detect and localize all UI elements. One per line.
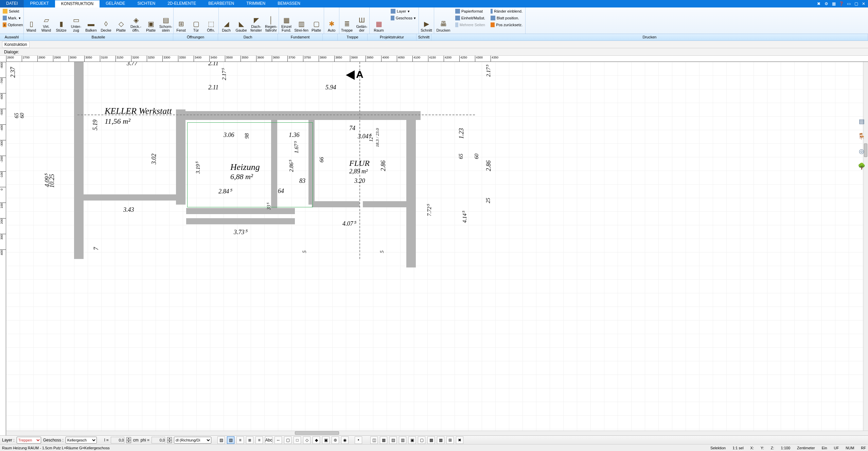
btn-tuer[interactable]: ▢Tür bbox=[189, 7, 203, 34]
btn-raender[interactable]: Ränder einblend. bbox=[489, 8, 524, 14]
tab-sichten[interactable]: SICHTEN bbox=[131, 0, 162, 7]
btn-layer[interactable]: Layer ▾ bbox=[389, 8, 417, 14]
btn-wand[interactable]: ▯Wand bbox=[24, 7, 39, 34]
bico-7[interactable]: ↔ bbox=[274, 436, 282, 444]
tab-gelaende[interactable]: GELÄNDE bbox=[100, 0, 131, 7]
bico-13[interactable]: ⊛ bbox=[332, 436, 339, 444]
bico-9[interactable]: □ bbox=[294, 436, 301, 444]
sys-icon-1[interactable]: ✖ bbox=[816, 1, 822, 6]
btn-selekt[interactable]: Selekt bbox=[1, 8, 22, 14]
btn-geschoss[interactable]: Geschoss ▾ bbox=[389, 15, 417, 21]
bico-25[interactable]: ✖ bbox=[456, 436, 463, 444]
btn-einzelfund[interactable]: ▦Einzel Fund. bbox=[279, 7, 294, 34]
dl-select[interactable]: dl (Richtung/Di bbox=[174, 437, 211, 444]
btn-dachfenster[interactable]: ◤Dach-fenster bbox=[249, 7, 264, 34]
btn-drucken[interactable]: 🖶Drucken bbox=[434, 7, 453, 34]
bico-21[interactable]: ▢ bbox=[418, 436, 425, 444]
btn-streifen[interactable]: ▥Strei-fen bbox=[294, 7, 309, 34]
layer-select[interactable]: Treppen bbox=[17, 437, 41, 444]
bico-22[interactable]: ▩ bbox=[427, 436, 435, 444]
l-down[interactable]: ▼ bbox=[126, 440, 131, 443]
tab-trimmen[interactable]: TRIMMEN bbox=[240, 0, 271, 7]
bico-16[interactable]: ◫ bbox=[370, 436, 378, 444]
geschoss-select[interactable]: Kellergesch bbox=[66, 437, 97, 444]
sys-icon-4[interactable]: ❓ bbox=[838, 1, 844, 6]
l-up[interactable]: ▲ bbox=[126, 437, 131, 440]
bico-8[interactable]: ▢ bbox=[284, 436, 291, 444]
room-keller-area: 11,56 m² bbox=[105, 117, 130, 126]
btn-papier[interactable]: Papierformat bbox=[454, 8, 486, 14]
bico-11[interactable]: ◆ bbox=[313, 436, 320, 444]
lbl-projekt: Projektstruktur bbox=[368, 34, 417, 40]
btn-fenst[interactable]: ⊞Fenst bbox=[174, 7, 189, 34]
tab-2d[interactable]: 2D-ELEMENTE bbox=[161, 0, 202, 7]
tab-bearbeiten[interactable]: BEARBEITEN bbox=[202, 0, 240, 7]
btn-mark[interactable]: Mark. ▾ bbox=[1, 15, 22, 21]
bico-4[interactable]: ≣ bbox=[246, 436, 253, 444]
l-input[interactable] bbox=[111, 437, 124, 444]
btn-regen[interactable]: │Regen-fallrohr bbox=[264, 7, 279, 34]
bico-2[interactable]: ▧ bbox=[227, 436, 234, 444]
bico-24[interactable]: ⊞ bbox=[446, 436, 454, 444]
btn-decke[interactable]: ◊Decke bbox=[99, 7, 113, 34]
side-furniture-icon[interactable]: 🪑 bbox=[857, 132, 866, 141]
sys-icon-5[interactable]: ▭ bbox=[846, 1, 852, 6]
btn-gelaender[interactable]: ШGelän-der bbox=[354, 7, 369, 34]
btn-optionen[interactable]: ＋Optionen bbox=[1, 22, 22, 28]
bico-10[interactable]: ◇ bbox=[303, 436, 311, 444]
btn-raum[interactable]: ▦Raum bbox=[370, 7, 388, 34]
sys-icon-7[interactable]: ✕ bbox=[861, 1, 867, 6]
scrollbar-horizontal[interactable] bbox=[6, 431, 868, 435]
btn-platte1[interactable]: ◇Platte bbox=[113, 7, 128, 34]
tab-bemassen[interactable]: BEMASSEN bbox=[271, 0, 306, 7]
tab-projekt[interactable]: PROJEKT bbox=[24, 0, 55, 7]
btn-auto[interactable]: ✱Auto bbox=[324, 7, 339, 34]
btn-balken[interactable]: ▬Balken bbox=[84, 7, 99, 34]
btn-schornstein[interactable]: ▤Schorn-stein bbox=[158, 7, 173, 34]
dim-286b: 2.86 bbox=[485, 160, 492, 171]
btn-virtwand[interactable]: ▱Virt. Wand bbox=[39, 7, 54, 34]
btn-gaube[interactable]: ◣Gaube bbox=[234, 7, 249, 34]
bico-18[interactable]: ▤ bbox=[389, 436, 397, 444]
btn-oeffn[interactable]: ⬚Öffn. bbox=[203, 7, 218, 34]
bico-6[interactable]: Abc bbox=[265, 436, 272, 444]
btn-blatt[interactable]: Blatt position. bbox=[489, 15, 524, 21]
tab-file[interactable]: DATEI bbox=[0, 0, 24, 7]
sys-icon-3[interactable]: ▦ bbox=[831, 1, 837, 6]
phi-up[interactable]: ▲ bbox=[167, 437, 172, 440]
side-target-icon[interactable]: ◎ bbox=[857, 147, 866, 156]
btn-dach[interactable]: ◢Dach bbox=[219, 7, 234, 34]
bottom-toolbar: Layer : Treppen Geschoss : Kellergesch l… bbox=[0, 435, 868, 444]
btn-treppe[interactable]: ≣Treppe bbox=[339, 7, 354, 34]
btn-deckoeffn[interactable]: ◈Deck.-öffn. bbox=[128, 7, 143, 34]
bico-3[interactable]: ≡ bbox=[236, 436, 244, 444]
dim-320: 3.20 bbox=[354, 177, 365, 185]
sys-icon-2[interactable]: ⚙ bbox=[823, 1, 829, 6]
bico-17[interactable]: ▦ bbox=[380, 436, 387, 444]
btn-schnitt[interactable]: ▶Schnitt bbox=[419, 7, 434, 34]
side-tree-icon[interactable]: 🌳 bbox=[857, 162, 866, 171]
bico-20[interactable]: ▣ bbox=[408, 436, 416, 444]
bico-12[interactable]: ▣ bbox=[322, 436, 330, 444]
btn-stuetze[interactable]: ▮Stütze bbox=[54, 7, 69, 34]
phi-down[interactable]: ▼ bbox=[167, 440, 172, 443]
btn-unterzug[interactable]: ▭Unter-zug bbox=[69, 7, 84, 34]
tab-konstruktion-sub[interactable]: Konstruktion bbox=[2, 41, 30, 48]
btn-fundplatte[interactable]: ▢Platte bbox=[309, 7, 324, 34]
tab-konstruktion[interactable]: KONSTRUKTION bbox=[55, 0, 100, 7]
bico-1[interactable]: ▨ bbox=[217, 436, 225, 444]
bico-5[interactable]: ≡ bbox=[255, 436, 263, 444]
btn-platte2[interactable]: ▣Platte bbox=[143, 7, 158, 34]
sys-icon-6[interactable]: ▢ bbox=[853, 1, 859, 6]
bico-23[interactable]: ▦ bbox=[437, 436, 444, 444]
bico-15[interactable]: • bbox=[355, 436, 362, 444]
bico-14[interactable]: ◉ bbox=[341, 436, 349, 444]
room-keller-name: KELLER Werkstatt bbox=[105, 106, 172, 116]
bico-19[interactable]: ▥ bbox=[399, 436, 406, 444]
drawing-canvas[interactable]: KELLER Werkstatt 11,56 m² Heizung 6,88 m… bbox=[6, 62, 868, 435]
side-layers-icon[interactable]: ▤ bbox=[857, 117, 866, 126]
btn-einheit[interactable]: Einheit/Maßst. bbox=[454, 15, 486, 21]
phi-input[interactable] bbox=[152, 437, 165, 444]
btn-pos[interactable]: Pos zurücksetz. bbox=[489, 22, 524, 28]
btn-mehrere[interactable]: Mehrere Seiten bbox=[454, 22, 486, 28]
